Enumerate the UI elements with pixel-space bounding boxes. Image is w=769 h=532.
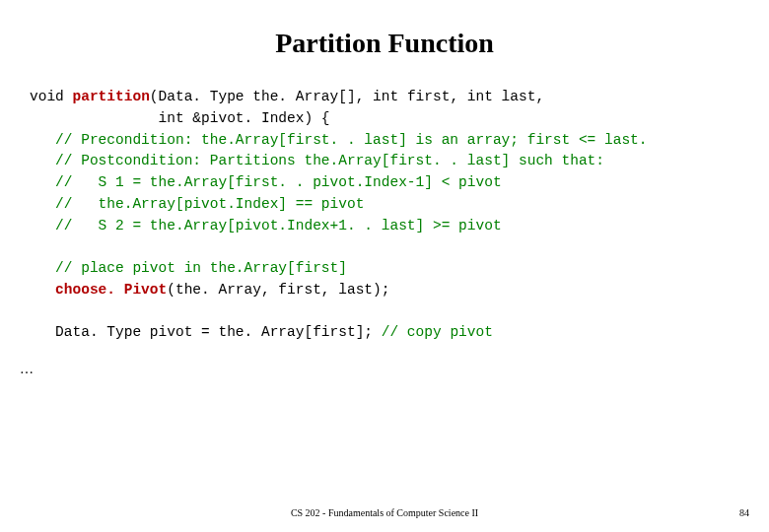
keyword-void: void: [30, 89, 73, 104]
comment-precondition: // Precondition: the.Array[first. . last…: [30, 132, 648, 148]
function-name: partition: [73, 89, 150, 104]
page-title: Partition Function: [20, 28, 749, 59]
function-call-choose-pivot: choose. Pivot: [30, 282, 167, 298]
copy-pivot-stmt: Data. Type pivot = the. Array[first];: [30, 324, 382, 340]
comment-s2: // S 2 = the.Array[pivot.Index+1. . last…: [30, 218, 502, 233]
page-number: 84: [739, 507, 749, 518]
comment-copy-pivot: // copy pivot: [382, 324, 493, 340]
ellipsis: …: [20, 362, 749, 377]
signature-line-2: int &pivot. Index) {: [30, 110, 330, 126]
function-call-args: (the. Array, first, last);: [167, 282, 389, 298]
comment-place-pivot: // place pivot in the.Array[first]: [30, 260, 347, 276]
footer-course: CS 202 - Fundamentals of Computer Scienc…: [0, 507, 769, 518]
comment-s1: // S 1 = the.Array[first. . pivot.Index-…: [30, 174, 502, 190]
comment-pivot-eq: // the.Array[pivot.Index] == pivot: [30, 196, 364, 212]
comment-postcondition: // Postcondition: Partitions the.Array[f…: [30, 153, 604, 168]
code-block: void partition(Data. Type the. Array[], …: [30, 87, 749, 344]
slide: Partition Function void partition(Data. …: [0, 0, 769, 532]
signature-line-1: (Data. Type the. Array[], int first, int…: [150, 89, 544, 104]
